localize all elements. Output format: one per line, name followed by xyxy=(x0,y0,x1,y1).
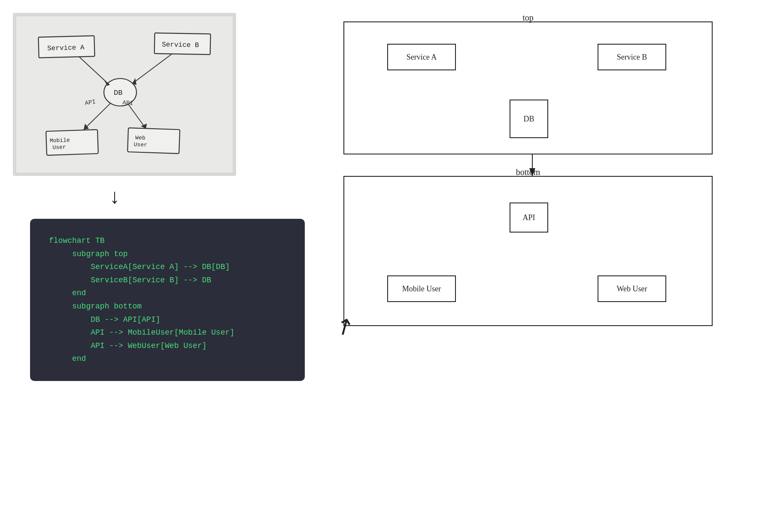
sketch-photo: Service A Service B DB API API Mobile Us… xyxy=(13,13,236,176)
code-line-9: API --> WebUser[Web User] xyxy=(49,339,286,353)
svg-text:User: User xyxy=(52,144,66,151)
node-api: API xyxy=(510,203,548,233)
svg-text:Web: Web xyxy=(135,135,146,142)
code-block: flowchart TB subgraph top ServiceA[Servi… xyxy=(30,219,305,381)
bottom-label: bottom xyxy=(516,167,540,177)
code-line-6: subgraph bottom xyxy=(49,300,286,313)
top-label: top xyxy=(522,13,534,23)
node-service-b: Service B xyxy=(598,44,666,70)
node-service-a: Service A xyxy=(387,44,456,70)
node-db: DB xyxy=(510,100,548,138)
diagram: top Service A Service B DB bottom API Mo… xyxy=(326,9,738,506)
code-line-10: end xyxy=(49,352,286,366)
subgraph-top: top Service A Service B DB xyxy=(343,21,713,154)
svg-text:Service B: Service B xyxy=(162,41,199,49)
svg-text:Mobile: Mobile xyxy=(50,137,70,144)
subgraph-bottom: bottom API Mobile User Web User xyxy=(343,176,713,326)
code-line-7: DB --> API[API] xyxy=(49,313,286,326)
code-line-1: flowchart TB xyxy=(49,234,286,248)
code-line-3: ServiceA[Service A] --> DB[DB] xyxy=(49,260,286,274)
down-arrow: ↓ xyxy=(109,184,120,208)
code-line-8: API --> MobileUser[Mobile User] xyxy=(49,326,286,339)
node-mobile-user: Mobile User xyxy=(387,275,456,302)
svg-text:User: User xyxy=(134,141,147,148)
code-line-5: end xyxy=(49,287,286,300)
code-line-4: ServiceB[Service B] --> DB xyxy=(49,274,286,287)
code-line-2: subgraph top xyxy=(49,248,286,261)
svg-text:Service A: Service A xyxy=(47,44,85,52)
svg-text:API: API xyxy=(122,99,134,107)
svg-text:DB: DB xyxy=(114,89,122,97)
node-web-user: Web User xyxy=(598,275,666,302)
